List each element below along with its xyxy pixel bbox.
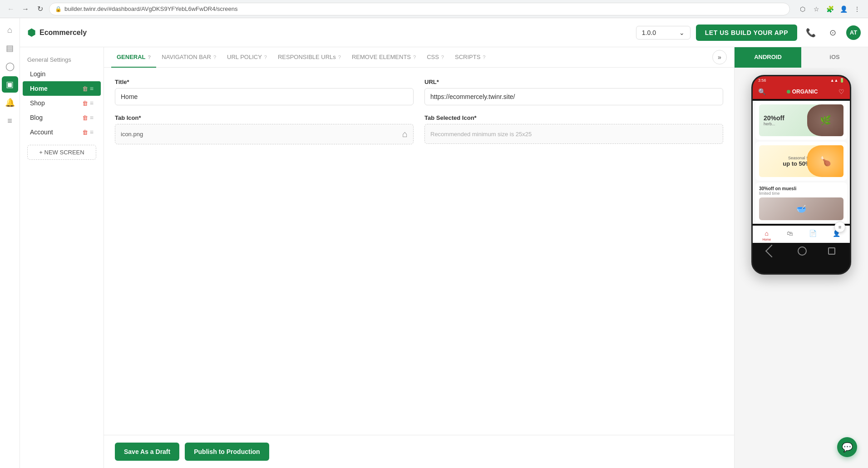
- cast-icon[interactable]: ⬡: [797, 4, 808, 15]
- phone-nav-blog[interactable]: 📄: [809, 230, 817, 241]
- phone-app-header: 🔍 ORGANIC ♡: [753, 84, 850, 99]
- reload-button[interactable]: ↻: [35, 4, 45, 15]
- profile-icon[interactable]: 👤: [838, 4, 849, 15]
- top-header: ⬢ Ecommercely 1.0.0 ⌄ LET US BUILD YOUR …: [20, 18, 868, 47]
- sidebar-item-blog[interactable]: Blog 🗑 ≡: [23, 110, 101, 125]
- general-settings-link[interactable]: General Settings: [20, 54, 104, 67]
- version-selector[interactable]: 1.0.0 ⌄: [636, 26, 690, 39]
- home-icon: ⌂: [402, 129, 408, 139]
- icon-nav: ⌂ ▤ ◯ ▣ 🔔 ≡: [0, 18, 20, 468]
- browser-bar: ← → ↻ 🔒 builder.twinr.dev/#dashboard/AVg…: [0, 0, 868, 18]
- account-actions: 🗑 ≡: [82, 128, 94, 136]
- tab-scripts[interactable]: SCRIPTS ?: [449, 47, 491, 68]
- content-area: GENERAL ? NAVIGATION BAR ? URL POLICY ? …: [104, 47, 734, 468]
- nav-help-icon[interactable]: ?: [213, 54, 216, 60]
- delete-home-icon[interactable]: 🗑: [82, 85, 88, 92]
- chat-icon: 💬: [842, 442, 853, 453]
- tab-selected-icon-placeholder[interactable]: Recommended minimum size is 25x25: [424, 124, 723, 144]
- nav-bell[interactable]: 🔔: [2, 94, 18, 111]
- forward-button[interactable]: →: [20, 4, 31, 15]
- url-group: URL*: [424, 79, 723, 105]
- sidebar-item-login[interactable]: Login: [23, 67, 101, 81]
- new-screen-button[interactable]: + NEW SCREEN: [27, 145, 96, 160]
- nav-home-icon: ⌂: [765, 230, 769, 237]
- tab-icon-upload[interactable]: icon.png ⌂: [115, 124, 414, 144]
- phone-nav-shop[interactable]: 🛍: [787, 230, 793, 241]
- tab-selected-icon-label: Tab Selected Icon*: [424, 114, 723, 121]
- save-draft-button[interactable]: Save As a Draft: [115, 443, 179, 461]
- icon-row: Tab Icon* icon.png ⌂ Tab Selected Icon* …: [115, 114, 723, 144]
- app-name: Ecommercely: [39, 29, 87, 37]
- bookmark-icon[interactable]: ☆: [811, 4, 822, 15]
- drag-account-icon[interactable]: ≡: [90, 128, 94, 136]
- resp-help-icon[interactable]: ?: [338, 54, 341, 60]
- tab-remove-elements[interactable]: REMOVE ELEMENTS ?: [346, 47, 421, 68]
- scripts-help-icon[interactable]: ?: [483, 54, 485, 60]
- phone-preview-container: 3:56 ▲▲ 🔋 🔍 ORGANIC ♡: [735, 68, 868, 468]
- nav-layout[interactable]: ▤: [2, 40, 18, 56]
- sidebar-item-shop[interactable]: Shop 🗑 ≡: [23, 96, 101, 110]
- blog-actions: 🗑 ≡: [82, 114, 94, 121]
- extensions-icon[interactable]: 🧩: [824, 4, 835, 15]
- delete-blog-icon[interactable]: 🗑: [82, 114, 88, 121]
- login-label: Login: [30, 70, 94, 78]
- url-input[interactable]: [424, 88, 723, 105]
- tab-url-policy[interactable]: URL POLICY ?: [222, 47, 272, 68]
- sidebar-item-home[interactable]: Home 🗑 ≡: [23, 81, 101, 96]
- home-actions: 🗑 ≡: [82, 85, 94, 92]
- home-label: Home: [30, 85, 79, 92]
- nav-layers[interactable]: ≡: [2, 113, 18, 129]
- promo3-title: 30%off on muesli: [759, 186, 843, 191]
- css-help-icon[interactable]: ?: [441, 54, 444, 60]
- phone-back-button: [765, 245, 778, 257]
- tab-navigation-bar[interactable]: NAVIGATION BAR ?: [156, 47, 222, 68]
- help-icon[interactable]: ⊙: [824, 25, 841, 41]
- title-url-row: Title* URL*: [115, 79, 723, 105]
- url-bar[interactable]: 🔒 builder.twinr.dev/#dashboard/AVgDKS9YF…: [49, 3, 790, 15]
- drag-home-icon[interactable]: ≡: [90, 85, 94, 92]
- phone-frame: 3:56 ▲▲ 🔋 🔍 ORGANIC ♡: [751, 75, 851, 275]
- food-decoration-3: 🥣: [759, 197, 843, 220]
- menu-icon[interactable]: ⋮: [852, 4, 863, 15]
- back-button[interactable]: ←: [5, 4, 16, 15]
- body-area: General Settings Login Home 🗑 ≡ Shop 🗑 ≡: [20, 47, 868, 468]
- tab-general[interactable]: GENERAL ?: [111, 47, 156, 68]
- phone-heart-icon: ♡: [838, 88, 844, 95]
- nav-circle[interactable]: ◯: [2, 58, 18, 74]
- tab-css[interactable]: CSS ?: [421, 47, 449, 68]
- tabs-expand-button[interactable]: »: [712, 50, 727, 64]
- app-logo: ⬢ Ecommercely: [27, 27, 631, 39]
- phone-home-btn-bar: [753, 243, 850, 259]
- phone-nav-home[interactable]: ⌂ Home: [762, 230, 771, 241]
- drag-shop-icon[interactable]: ≡: [90, 99, 94, 107]
- title-input[interactable]: [115, 88, 414, 105]
- phone-icon[interactable]: 📞: [803, 25, 819, 41]
- nav-home[interactable]: ⌂: [2, 22, 18, 38]
- title-group: Title*: [115, 79, 414, 105]
- delete-account-icon[interactable]: 🗑: [82, 129, 88, 136]
- tab-selected-placeholder-text: Recommended minimum size is 25x25: [430, 131, 532, 138]
- sidebar-item-account[interactable]: Account 🗑 ≡: [23, 125, 101, 139]
- phone-search-icon: 🔍: [758, 88, 766, 95]
- browser-actions: ⬡ ☆ 🧩 👤 ⋮: [797, 4, 863, 15]
- chevron-down-icon: ⌄: [679, 29, 685, 36]
- promo1-pct: 20%off: [764, 114, 784, 122]
- nav-shop-icon: 🛍: [787, 230, 793, 237]
- platform-tabs: ANDROID iOS: [735, 47, 868, 68]
- publish-button[interactable]: Publish to Production: [185, 443, 269, 461]
- drag-blog-icon[interactable]: ≡: [90, 114, 94, 121]
- remove-help-icon[interactable]: ?: [413, 54, 416, 60]
- phone-promo-img-1: 20%off herb... 🌿: [759, 104, 843, 136]
- general-help-icon[interactable]: ?: [148, 54, 151, 60]
- content-footer: Save As a Draft Publish to Production: [104, 435, 734, 468]
- app: ⌂ ▤ ◯ ▣ 🔔 ≡ ⬢ Ecommercely 1.0.0 ⌄ LET US…: [0, 18, 868, 468]
- build-app-button[interactable]: LET US BUILD YOUR APP: [696, 25, 797, 41]
- chat-fab-button[interactable]: 💬: [837, 437, 857, 457]
- logo-icon: ⬢: [27, 27, 36, 39]
- tab-android[interactable]: ANDROID: [735, 47, 801, 68]
- url-help-icon[interactable]: ?: [264, 54, 267, 60]
- tab-ios[interactable]: iOS: [801, 47, 868, 68]
- tab-responsible-urls[interactable]: RESPONSIBLE URLs ?: [272, 47, 346, 68]
- nav-screens[interactable]: ▣: [2, 76, 18, 93]
- delete-shop-icon[interactable]: 🗑: [82, 100, 88, 107]
